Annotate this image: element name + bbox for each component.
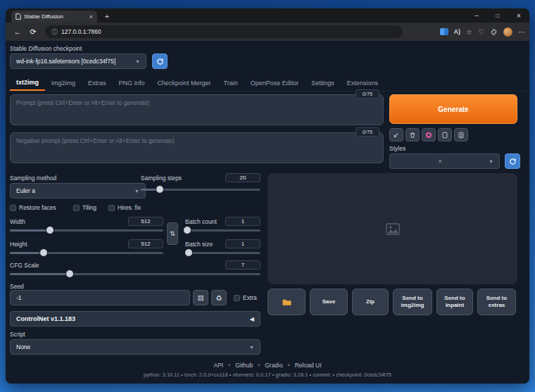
restore-faces-checkbox[interactable]: Restore faces — [10, 204, 56, 211]
slider-track — [185, 229, 260, 232]
clear-styles-icon[interactable]: × — [438, 158, 441, 165]
tab-extras[interactable]: Extras — [82, 75, 113, 91]
batch-size-value[interactable]: 1 — [225, 239, 260, 248]
extensions-puzzle-icon[interactable] — [490, 28, 498, 36]
clear-prompt-button[interactable] — [405, 128, 420, 141]
extra-seed-checkbox[interactable]: Extra — [234, 294, 257, 301]
extra-networks-button[interactable] — [422, 128, 436, 141]
browser-essentials-icon[interactable]: ♡ — [478, 28, 484, 36]
apply-styles-button[interactable] — [454, 128, 468, 141]
batch-size-slider[interactable] — [185, 249, 260, 256]
browser-tab[interactable]: Stable Diffusion × — [11, 11, 97, 23]
address-bar[interactable]: ⓘ 127.0.0.1:7860 — [45, 25, 403, 38]
tiling-checkbox[interactable]: Tiling — [73, 204, 96, 211]
hires-fix-checkbox[interactable]: Hires. fix — [108, 204, 141, 211]
checkbox-icon — [10, 205, 16, 211]
save-style-button[interactable] — [438, 128, 452, 141]
slider-track — [10, 273, 260, 275]
favorites-star-icon[interactable]: ☆ — [466, 28, 472, 36]
send-to-extras-button[interactable]: Send to extras — [477, 289, 516, 315]
chevron-left-icon: ◀ — [250, 316, 254, 322]
styles-dropdown[interactable]: × ▼ — [389, 153, 500, 169]
tab-extensions[interactable]: Extensions — [341, 75, 384, 91]
seed-input[interactable]: -1 — [10, 290, 190, 305]
slider-thumb[interactable] — [156, 186, 163, 193]
height-value[interactable]: 512 — [128, 239, 163, 248]
checkpoint-refresh-button[interactable] — [152, 53, 168, 69]
cfg-scale-value[interactable]: 7 — [225, 260, 260, 270]
controlnet-accordion[interactable]: ControlNet v1.1.183 ◀ — [10, 311, 260, 327]
width-label: Width — [10, 218, 25, 225]
script-dropdown[interactable]: None ▼ — [10, 339, 260, 355]
refresh-icon[interactable]: ⟳ — [27, 27, 39, 37]
height-slider[interactable] — [10, 249, 163, 256]
send-to-img2img-button[interactable]: Send to img2img — [393, 289, 432, 315]
tab-openpose-editor[interactable]: OpenPose Editor — [244, 75, 306, 91]
zip-button[interactable]: Zip — [352, 289, 389, 315]
chevron-down-icon: ▼ — [135, 59, 140, 64]
back-icon[interactable]: ← — [11, 27, 24, 36]
open-folder-button[interactable] — [268, 289, 306, 315]
refresh-icon — [509, 158, 517, 165]
card-person-icon — [458, 132, 465, 139]
tiling-label: Tiling — [82, 204, 96, 211]
slider-thumb[interactable] — [66, 270, 73, 277]
generate-button[interactable]: Generate — [389, 94, 517, 124]
refresh-icon — [156, 58, 164, 65]
sampling-method-label: Sampling method — [10, 175, 56, 182]
recycle-icon: ♻ — [216, 294, 222, 302]
sampling-steps-slider[interactable] — [141, 186, 260, 193]
split-screen-icon[interactable] — [440, 28, 448, 35]
tab-checkpoint-merger[interactable]: Checkpoint Merger — [151, 75, 218, 91]
sampling-method-dropdown[interactable]: Euler a ▼ — [10, 183, 146, 198]
reuse-seed-button[interactable]: ♻ — [211, 290, 227, 305]
save-button[interactable]: Save — [310, 289, 348, 315]
minimize-button[interactable]: ─ — [466, 8, 487, 23]
checkbox-icon — [73, 205, 80, 211]
sampling-method-value: Euler a — [16, 187, 35, 194]
prompt-input[interactable] — [10, 94, 384, 125]
batch-count-slider[interactable] — [185, 227, 260, 234]
checkpoint-dropdown[interactable]: wd-ink-fp16.safetensors [0cedc34f75] ▼ — [10, 53, 146, 69]
new-tab-button[interactable]: + — [101, 11, 113, 22]
slider-thumb[interactable] — [184, 227, 191, 234]
random-seed-button[interactable]: ⚄ — [193, 290, 208, 305]
reload-ui-link[interactable]: Reload UI — [295, 362, 322, 369]
webui-page: Stable Diffusion checkpoint wd-ink-fp16.… — [6, 41, 529, 384]
send-to-inpaint-button[interactable]: Send to inpaint — [436, 289, 473, 315]
github-link[interactable]: Github — [235, 362, 253, 369]
tab-img2img[interactable]: img2img — [45, 75, 82, 91]
slider-thumb[interactable] — [185, 249, 192, 256]
slider-thumb[interactable] — [40, 249, 47, 256]
negative-prompt-input[interactable] — [10, 132, 384, 163]
slider-thumb[interactable] — [46, 227, 54, 234]
width-slider[interactable] — [10, 227, 163, 234]
tab-close-icon[interactable]: × — [89, 13, 93, 20]
cfg-scale-slider[interactable] — [10, 270, 260, 277]
read-aloud-icon[interactable]: A) — [454, 28, 461, 35]
styles-refresh-button[interactable] — [505, 153, 520, 169]
tab-png-info[interactable]: PNG Info — [113, 75, 151, 91]
api-link[interactable]: API — [213, 362, 223, 369]
profile-avatar[interactable] — [503, 27, 512, 37]
batch-count-label: Batch count — [185, 218, 217, 225]
tab-train[interactable]: Train — [218, 75, 244, 91]
paste-params-button[interactable]: ↙ — [389, 128, 403, 141]
sampling-steps-value[interactable]: 20 — [225, 173, 260, 182]
trash-icon — [409, 132, 416, 139]
more-menu-icon[interactable]: ⋯ — [518, 28, 525, 36]
gradio-link[interactable]: Gradio — [265, 362, 283, 369]
tab-txt2img[interactable]: txt2img — [10, 75, 45, 91]
negative-prompt-token-counter: 0/75 — [355, 127, 379, 137]
width-value[interactable]: 512 — [128, 217, 163, 226]
batch-count-value[interactable]: 1 — [225, 217, 260, 226]
swap-dimensions-button[interactable]: ⇅ — [167, 222, 178, 245]
maximize-button[interactable]: □ — [487, 8, 508, 23]
tab-settings[interactable]: Settings — [305, 75, 341, 91]
output-gallery — [268, 173, 517, 284]
close-button[interactable]: × — [508, 8, 529, 23]
site-info-icon[interactable]: ⓘ — [51, 27, 58, 37]
extra-seed-label: Extra — [243, 294, 257, 301]
separator: • — [258, 362, 260, 369]
card-icon — [441, 132, 448, 139]
